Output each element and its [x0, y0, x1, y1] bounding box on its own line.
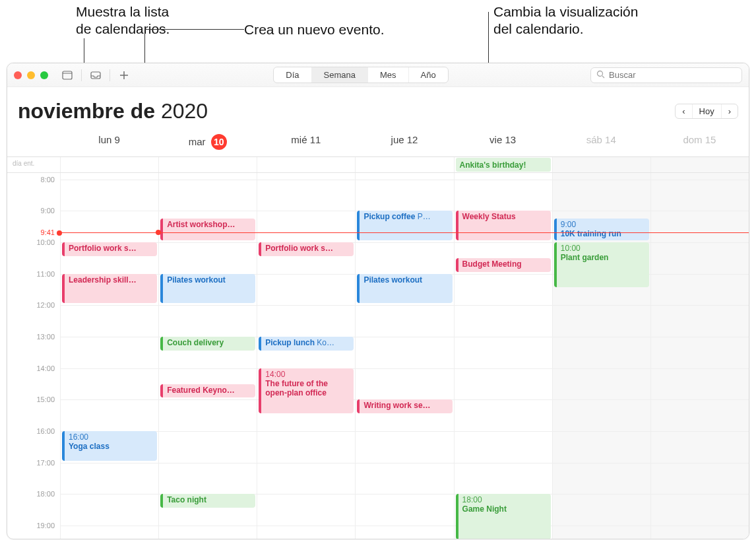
new-event-button[interactable]: [117, 68, 131, 83]
day-header-jue: jue 12: [355, 129, 453, 156]
event[interactable]: Featured Keyno…: [160, 384, 255, 398]
callout-change-view: Cambia la visualización del calendario.: [493, 3, 638, 38]
zoom-button[interactable]: [40, 71, 48, 79]
event[interactable]: Pickup lunch Ko…: [259, 337, 354, 351]
view-month[interactable]: Mes: [368, 67, 409, 83]
event[interactable]: 10:00Plant garden: [554, 242, 649, 288]
allday-row: día ent. Ankita's birthday!: [7, 157, 749, 173]
event[interactable]: 14:00The future of the open-plan office: [259, 368, 354, 414]
event[interactable]: 16:00Yoga class: [62, 431, 157, 461]
day-header-lun: lun 9: [60, 129, 158, 156]
separator: [110, 69, 110, 81]
event[interactable]: Weekly Status: [456, 211, 551, 240]
now-dot: [156, 230, 161, 235]
day-header-mar: mar 10: [158, 129, 257, 156]
allday-event[interactable]: Ankita's birthday!: [456, 158, 551, 172]
month-title: noviembre de 2020: [18, 99, 208, 123]
time-label: 8:00: [41, 176, 55, 184]
day-header-vie: vie 13: [454, 129, 552, 156]
time-label: 17:00: [36, 459, 55, 467]
event[interactable]: Taco night: [160, 494, 255, 508]
event[interactable]: Pilates workout: [357, 274, 452, 304]
time-label: 11:00: [36, 270, 55, 278]
view-year[interactable]: Año: [409, 67, 448, 83]
header: noviembre de 2020 ‹ Hoy ›: [7, 87, 749, 129]
event[interactable]: Artist workshop…: [160, 219, 255, 240]
event[interactable]: 18:00Game Night: [456, 494, 551, 539]
allday-label: día ent.: [7, 157, 60, 172]
svg-point-5: [598, 71, 603, 76]
day-column-jue[interactable]: Pickup coffee P…Pilates workoutWriting w…: [355, 173, 453, 539]
time-label: 14:00: [36, 364, 55, 372]
time-label: 15:00: [36, 395, 55, 403]
time-label: 13:00: [36, 333, 55, 341]
allday-cell-sab[interactable]: [552, 157, 650, 172]
event[interactable]: Budget Meeting: [456, 258, 551, 272]
week-grid: 8:009:0010:0011:0012:0013:0014:0015:0016…: [7, 173, 749, 539]
cols: Portfolio work s…Leadership skill…16:00Y…: [60, 173, 749, 539]
allday-cell-lun[interactable]: [60, 157, 158, 172]
time-label: 9:00: [41, 207, 55, 215]
callout-show-list: Muestra la lista de calendarios.: [76, 3, 170, 38]
event[interactable]: Writing work se…: [357, 399, 452, 413]
day-header-sáb: sáb 14: [552, 129, 650, 156]
titlebar: Día Semana Mes Año: [7, 63, 749, 87]
day-column-lun[interactable]: Portfolio work s…Leadership skill…16:00Y…: [60, 173, 158, 539]
inbox-button[interactable]: [88, 68, 103, 83]
svg-line-6: [602, 76, 604, 78]
view-day[interactable]: Día: [274, 67, 311, 83]
time-gutter: 8:009:0010:0011:0012:0013:0014:0015:0016…: [7, 173, 60, 539]
now-time-label: 9:41: [41, 228, 55, 236]
time-label: 12:00: [36, 301, 55, 309]
next-button[interactable]: ›: [722, 104, 738, 118]
event[interactable]: 9:0010K training run: [554, 219, 649, 240]
callout-line: [144, 29, 244, 30]
minimize-button[interactable]: [27, 71, 35, 79]
svg-rect-0: [63, 71, 72, 79]
time-label: 19:00: [36, 522, 55, 529]
day-column-mie[interactable]: Portfolio work s…Pickup lunch Ko…14:00Th…: [257, 173, 355, 539]
nav-group: ‹ Hoy ›: [675, 104, 738, 119]
view-switcher: Día Semana Mes Año: [273, 67, 448, 83]
allday-cell-dom[interactable]: [650, 157, 749, 172]
time-label: 10:00: [36, 238, 55, 246]
allday-cell-mar[interactable]: [158, 157, 257, 172]
time-label: 16:00: [36, 427, 55, 435]
separator: [81, 69, 82, 81]
today-button[interactable]: Hoy: [693, 104, 722, 118]
day-column-mar[interactable]: Artist workshop…Pilates workoutCouch del…: [158, 173, 257, 539]
day-column-vie[interactable]: Weekly StatusBudget Meeting18:00Game Nig…: [454, 173, 552, 539]
event[interactable]: Couch delivery: [160, 337, 255, 351]
allday-cell-mie[interactable]: [257, 157, 355, 172]
prev-button[interactable]: ‹: [676, 104, 692, 118]
event[interactable]: Pilates workout: [160, 274, 255, 304]
allday-cell-jue[interactable]: [355, 157, 453, 172]
search-input[interactable]: [609, 70, 736, 80]
callout-new-event: Crea un nuevo evento.: [244, 21, 384, 38]
today-badge: 10: [211, 134, 227, 150]
calendars-list-button[interactable]: [60, 68, 75, 83]
day-header-mié: mié 11: [257, 129, 355, 156]
calendar-window: Día Semana Mes Año noviembre de 2020 ‹ H…: [7, 63, 749, 539]
event[interactable]: Pickup coffee P…: [357, 211, 452, 240]
window-controls: [14, 71, 48, 79]
event[interactable]: Portfolio work s…: [62, 242, 157, 256]
search-icon: [596, 70, 605, 81]
event[interactable]: Portfolio work s…: [259, 242, 354, 256]
day-column-sab[interactable]: 9:0010K training run10:00Plant garden: [552, 173, 650, 539]
day-column-dom[interactable]: [650, 173, 749, 539]
day-header-dom: dom 15: [650, 129, 749, 156]
time-label: 18:00: [36, 490, 55, 498]
now-line: [60, 232, 749, 233]
event[interactable]: Leadership skill…: [62, 274, 157, 304]
allday-cell-vie[interactable]: Ankita's birthday!: [454, 157, 552, 172]
view-week[interactable]: Semana: [312, 67, 368, 83]
day-header: lun 9mar 10mié 11jue 12vie 13sáb 14dom 1…: [7, 129, 749, 157]
close-button[interactable]: [14, 71, 22, 79]
search-field[interactable]: [590, 67, 742, 83]
